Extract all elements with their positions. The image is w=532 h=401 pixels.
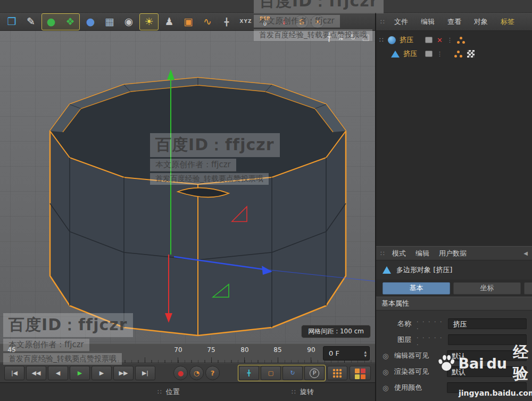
volume-cube-icon[interactable]: ▣ bbox=[180, 14, 197, 30]
palette-button[interactable] bbox=[350, 366, 371, 380]
visibility-dots-icon[interactable]: ⋮ bbox=[447, 37, 453, 43]
attribute-tabs: 基本 坐标 平 bbox=[376, 280, 532, 297]
use-color-label: 使用颜色 bbox=[394, 383, 422, 392]
tab-basic[interactable]: 基本 bbox=[383, 282, 450, 294]
keyframe-circle-icon[interactable]: ◎ bbox=[383, 368, 394, 376]
orbit-view-icon[interactable]: ↻ bbox=[350, 32, 356, 42]
menu-object[interactable]: 对象 bbox=[474, 17, 488, 27]
y-axis-arrowhead[interactable] bbox=[167, 69, 174, 80]
disable-x-icon[interactable]: ✕ bbox=[437, 37, 443, 44]
timeline-tick: 90 bbox=[307, 346, 315, 354]
hierarchy-icon[interactable]: ∷ bbox=[379, 36, 388, 44]
menu-view[interactable]: 查看 bbox=[447, 17, 461, 27]
visibility-dots-icon[interactable]: ⋮ bbox=[437, 51, 443, 57]
use-color-select[interactable] bbox=[447, 382, 527, 393]
autokey-button[interactable]: ◔ bbox=[189, 366, 204, 380]
menu-tags[interactable]: 标签 bbox=[501, 17, 514, 27]
spinner-up-icon[interactable]: ▲ bbox=[364, 350, 367, 354]
grid-spacing-label: 网格间距 : 100 cm bbox=[301, 325, 371, 338]
editor-visible-select[interactable]: 默认 bbox=[447, 350, 527, 361]
icon-glyph: ◉ bbox=[124, 17, 134, 27]
frame-spinner[interactable]: ▲ ▼ bbox=[364, 350, 369, 357]
uvw-tag-icon[interactable] bbox=[467, 50, 475, 58]
subdivision-surface-icon[interactable]: ● bbox=[43, 14, 60, 30]
cube-tool-icon[interactable]: ❒ bbox=[3, 14, 20, 30]
light-icon[interactable]: ☀ bbox=[140, 14, 157, 30]
icon-glyph: XYZ bbox=[240, 19, 252, 24]
keyframe-toggle-group: ╋ ▢ ↻ P bbox=[238, 365, 326, 381]
snap-icon[interactable]: S bbox=[295, 15, 309, 29]
menu-edit[interactable]: 编辑 bbox=[415, 249, 429, 258]
axis-cross-icon[interactable]: ╋ bbox=[218, 14, 235, 30]
viewport[interactable]: ╋ ⇅ ↻ □ 网格间距 : 100 cm bbox=[0, 31, 375, 343]
layer-swatch-icon[interactable] bbox=[425, 51, 433, 57]
polygon-object-icon bbox=[391, 51, 400, 58]
tab-phong[interactable]: 平 bbox=[524, 282, 532, 294]
render-visible-select[interactable]: 默认 bbox=[447, 366, 527, 377]
icon-glyph: ▶▶ bbox=[119, 370, 128, 377]
record-position-toggle[interactable]: ╋ bbox=[239, 366, 259, 380]
name-label: 名称 bbox=[397, 319, 411, 329]
maximize-view-icon[interactable]: □ bbox=[362, 32, 370, 42]
spline-pen-icon[interactable]: ∿ bbox=[199, 14, 216, 30]
cinema4d-window: ❒ ✎ ● ❖ ● ▦ ◉ ☀ ♟ ▣ ∿ ╋ XYZ PSR 0 bbox=[0, 0, 532, 401]
record-scale-toggle[interactable]: ▢ bbox=[261, 366, 281, 380]
psr-value: 0 bbox=[263, 21, 267, 27]
metaball-icon[interactable]: ● bbox=[82, 14, 99, 30]
psr-icon[interactable]: PSR 0 bbox=[256, 14, 273, 30]
layer-input[interactable] bbox=[448, 334, 527, 345]
object-name[interactable]: 挤压 bbox=[403, 49, 417, 59]
plane-grid-icon[interactable]: ▦ bbox=[101, 14, 118, 30]
current-frame-field[interactable]: 0 F ▲ ▼ bbox=[323, 346, 370, 361]
menu-mode[interactable]: 模式 bbox=[392, 249, 406, 258]
grip-icon: ∷ bbox=[292, 388, 296, 396]
next-key-button[interactable]: ▶▶ bbox=[113, 366, 134, 380]
menu-file[interactable]: 文件 bbox=[394, 17, 408, 27]
icon-glyph: ╋ bbox=[225, 18, 229, 26]
workplane-icon[interactable]: ✕ bbox=[311, 15, 325, 29]
phong-tag-icon[interactable] bbox=[457, 36, 466, 44]
spinner-down-icon[interactable]: ▼ bbox=[364, 354, 367, 357]
timeline-tick: 70 bbox=[174, 346, 182, 354]
menu-userdata[interactable]: 用户数据 bbox=[439, 249, 467, 258]
play-button[interactable]: ▶ bbox=[70, 366, 90, 380]
object-name[interactable]: 挤压 bbox=[400, 35, 413, 45]
dotted-leader: . . . . . . bbox=[417, 317, 448, 331]
goto-start-button[interactable]: |◀ bbox=[4, 366, 24, 380]
timeline-tick: 45 bbox=[7, 346, 15, 354]
phong-tag-icon[interactable] bbox=[454, 50, 463, 58]
previous-key-button[interactable]: ◀◀ bbox=[26, 366, 46, 380]
record-rotation-toggle[interactable]: ↻ bbox=[282, 366, 303, 380]
camera-icon[interactable]: ◉ bbox=[120, 14, 137, 30]
scene-layer[interactable] bbox=[0, 31, 375, 343]
icon-glyph: ↓ bbox=[281, 18, 287, 26]
figure-icon[interactable]: ♟ bbox=[161, 14, 178, 30]
record-keyframe-button[interactable]: ● bbox=[173, 366, 188, 380]
collapse-arrow-icon[interactable]: ◀ bbox=[523, 250, 528, 256]
goto-end-button[interactable]: ▶| bbox=[135, 366, 155, 380]
arrow-down-icon[interactable]: ↓ bbox=[276, 14, 293, 30]
keyframe-circle-icon[interactable]: ◎ bbox=[383, 352, 394, 360]
extrude-generator-icon bbox=[388, 36, 396, 44]
keyframe-circle-icon[interactable]: ◎ bbox=[383, 384, 394, 392]
object-row-extrude[interactable]: ∷ 挤压 ✕ ⋮ bbox=[376, 33, 532, 47]
pan-view-icon[interactable]: ╋ bbox=[327, 32, 331, 42]
timeline-ruler[interactable]: 45 70 75 80 85 90 0 F ▲ ▼ bbox=[0, 343, 375, 363]
pen-tool-icon[interactable]: ✎ bbox=[22, 14, 39, 30]
previous-frame-button[interactable]: ◀ bbox=[48, 366, 68, 380]
next-frame-button[interactable]: ▶ bbox=[92, 366, 112, 380]
name-input[interactable]: 挤压 bbox=[448, 318, 527, 329]
dolly-view-icon[interactable]: ⇅ bbox=[337, 32, 344, 42]
array-generator-icon[interactable]: ❖ bbox=[62, 14, 79, 30]
field-row-use-color: ◎ 使用颜色 bbox=[376, 380, 532, 396]
highlighted-tool-group: ● ❖ bbox=[41, 13, 80, 30]
layer-swatch-icon[interactable] bbox=[425, 37, 433, 43]
tab-coordinates[interactable]: 坐标 bbox=[453, 282, 521, 294]
xyz-lock-icon[interactable]: XYZ bbox=[237, 14, 254, 30]
record-parameter-toggle[interactable]: P bbox=[304, 366, 325, 380]
object-row-extrude-child[interactable]: 挤压 ⋮ bbox=[376, 47, 532, 61]
object-row-tags: ⋮ bbox=[425, 50, 475, 58]
menu-edit[interactable]: 编辑 bbox=[421, 17, 435, 27]
options-button[interactable]: ? bbox=[205, 366, 220, 380]
record-pla-button[interactable] bbox=[327, 366, 347, 380]
